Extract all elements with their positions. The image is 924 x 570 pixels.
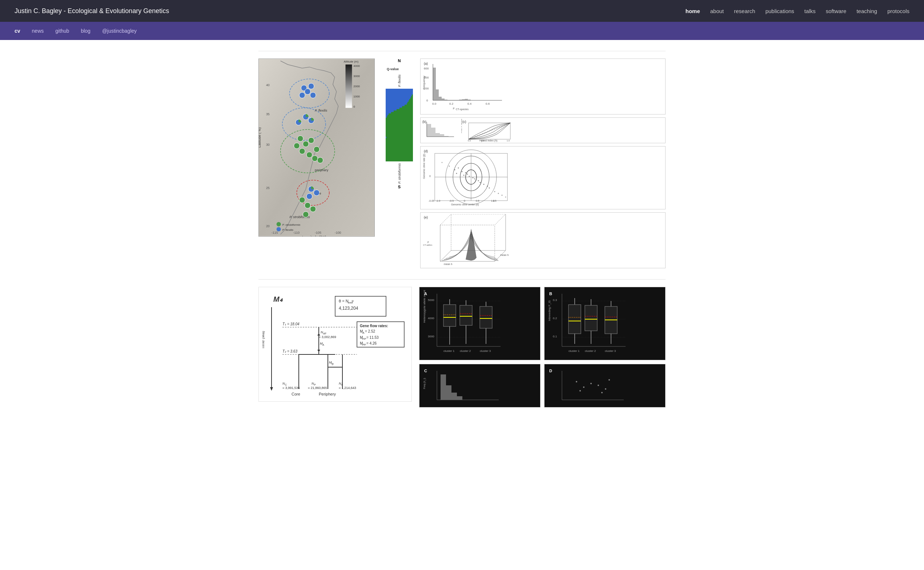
svg-rect-63: [411, 96, 413, 97]
svg-rect-75: [405, 105, 413, 106]
structure-s-label: S: [398, 185, 401, 189]
svg-rect-121: [386, 158, 413, 160]
svg-text:4000: 4000: [353, 64, 360, 67]
svg-text:F: F: [427, 241, 429, 244]
pf-label: P. flexilis: [398, 75, 401, 87]
nav-home[interactable]: home: [685, 8, 700, 14]
svg-rect-67: [409, 99, 413, 100]
svg-point-22: [314, 147, 320, 152]
sec-nav-github[interactable]: github: [55, 28, 69, 34]
svg-point-29: [299, 92, 305, 98]
nav-teaching[interactable]: teaching: [857, 8, 877, 14]
cline-scatter-svg: (d): [422, 148, 513, 206]
panel-a: (a) Frequency: [420, 58, 665, 115]
svg-rect-71: [407, 102, 413, 103]
svg-text:(c): (c): [462, 120, 467, 124]
svg-text:0.1: 0.1: [553, 335, 557, 338]
svg-point-180: [467, 174, 468, 175]
svg-point-35: [306, 193, 312, 199]
sec-nav-news[interactable]: news: [32, 28, 44, 34]
svg-rect-101: [386, 131, 413, 132]
svg-rect-56: [386, 89, 413, 90]
svg-point-181: [469, 176, 470, 177]
nav-protocols[interactable]: protocols: [887, 8, 909, 14]
svg-point-177: [462, 171, 463, 172]
svg-line-211: [440, 214, 451, 225]
svg-point-37: [304, 202, 311, 208]
svg-text:C: C: [285, 383, 287, 386]
svg-rect-74: [386, 105, 405, 106]
svg-text:=: =: [352, 299, 354, 303]
svg-text:20: 20: [266, 224, 270, 228]
svg-rect-128: [442, 98, 445, 100]
svg-text:-110: -110: [293, 231, 300, 234]
svg-text:P: P: [314, 383, 316, 386]
svg-point-186: [483, 184, 485, 185]
svg-text:PF: PF: [363, 343, 366, 346]
sec-nav-blog[interactable]: blog: [81, 28, 90, 34]
svg-rect-118: [386, 154, 413, 156]
svg-point-178: [464, 175, 465, 176]
nav-software[interactable]: software: [826, 8, 847, 14]
svg-text:cluster 2: cluster 2: [460, 349, 471, 352]
svg-point-34: [314, 190, 320, 196]
svg-text:(d): (d): [424, 149, 428, 153]
svg-text:5000: 5000: [428, 299, 434, 302]
svg-text:3000: 3000: [428, 335, 434, 338]
svg-rect-61: [412, 95, 413, 96]
panel-c-svg: (c) Hybrid index (h) Prob. P. fle: [461, 118, 514, 142]
svg-text:1.0: 1.0: [507, 139, 510, 142]
svg-text:P. flexilis: P. flexilis: [315, 109, 327, 112]
panel-D-partial: D: [544, 364, 665, 408]
svg-rect-283: [444, 305, 456, 326]
nav-publications[interactable]: publications: [765, 8, 794, 14]
svg-rect-58: [386, 92, 413, 93]
svg-rect-73: [407, 103, 413, 105]
panel-B-boxplot: B Inbreeding F_IS 0.3 0.2 0.1: [544, 287, 665, 360]
panel-A-boxplot: A Heterozygote allele counts 5000 4000 3…: [419, 287, 540, 360]
svg-rect-85: [391, 112, 413, 113]
nav-about[interactable]: about: [710, 8, 724, 14]
svg-rect-334: [457, 396, 462, 400]
sec-nav-twitter[interactable]: @justincbagley: [102, 28, 137, 34]
svg-rect-154: [440, 134, 444, 137]
svg-point-38: [310, 206, 316, 212]
svg-rect-105: [386, 137, 386, 138]
svg-rect-64: [386, 97, 410, 99]
svg-rect-106: [386, 137, 413, 138]
svg-text:Altitude (m): Altitude (m): [344, 60, 359, 63]
sec-nav-cv[interactable]: cv: [15, 28, 20, 34]
svg-point-36: [299, 197, 305, 203]
svg-text:Prob. P. flexilis: Prob. P. flexilis: [461, 119, 462, 133]
svg-text:0.3: 0.3: [553, 299, 557, 302]
svg-text:-115: -115: [272, 231, 278, 234]
svg-text:Genomic cline rate (β): Genomic cline rate (β): [423, 154, 426, 179]
svg-text:CT-species: CT-species: [456, 108, 469, 111]
svg-rect-117: [386, 153, 413, 154]
main-content: 4000 3000 2000 1000 0 Altitude (m): [244, 40, 680, 415]
svg-text:Periphery: Periphery: [319, 392, 336, 396]
svg-rect-79: [399, 107, 413, 109]
svg-text:N: N: [282, 382, 285, 385]
svg-rect-76: [386, 106, 402, 107]
svg-text:T₁ = 18.04: T₁ = 18.04: [282, 322, 300, 326]
nav-talks[interactable]: talks: [805, 8, 816, 14]
svg-text:3000: 3000: [353, 75, 360, 78]
svg-text:0.2: 0.2: [553, 317, 557, 320]
svg-text:= 1,214,643: = 1,214,643: [339, 386, 356, 390]
svg-point-16: [297, 136, 303, 141]
svg-rect-88: [386, 115, 387, 116]
svg-text:1000: 1000: [353, 95, 360, 98]
svg-rect-89: [387, 115, 413, 116]
svg-rect-120: [386, 157, 413, 158]
svg-text:Freq (h_i): Freq (h_i): [423, 378, 426, 389]
svg-point-20: [299, 148, 305, 154]
nav-research[interactable]: research: [734, 8, 755, 14]
svg-rect-57: [386, 90, 413, 92]
svg-point-344: [609, 379, 610, 381]
svg-rect-95: [386, 122, 413, 124]
panel-c-partial-svg: C Freq (h_i): [422, 367, 506, 403]
svg-rect-83: [394, 110, 413, 112]
svg-rect-112: [386, 146, 413, 147]
site-title: Justin C. Bagley - Ecological & Evolutio…: [15, 7, 169, 15]
